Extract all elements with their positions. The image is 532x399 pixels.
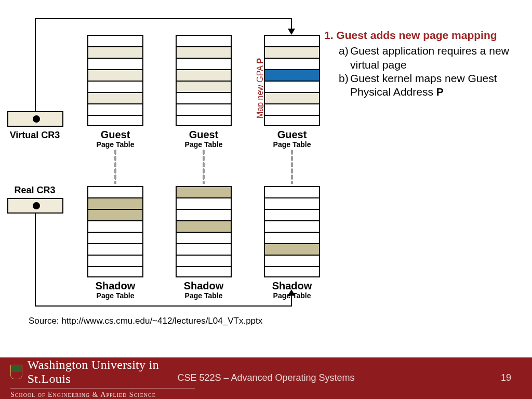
table-row bbox=[265, 36, 319, 47]
table-row bbox=[265, 47, 319, 59]
table-row bbox=[177, 256, 231, 267]
table-row bbox=[265, 187, 319, 198]
table-row bbox=[88, 198, 142, 210]
table-row bbox=[177, 233, 231, 244]
shadow-caption-2: ShadowPage Table bbox=[176, 281, 232, 299]
real-cr3-box bbox=[7, 198, 63, 214]
table-row bbox=[177, 93, 231, 104]
table-row bbox=[265, 256, 319, 267]
table-row bbox=[88, 267, 142, 277]
table-row bbox=[88, 221, 142, 233]
explanation: 1. Guest adds new page mapping a)Guest a… bbox=[324, 29, 516, 99]
table-row bbox=[88, 244, 142, 256]
rcr3-down bbox=[35, 213, 36, 305]
vcr3-down bbox=[291, 18, 292, 30]
guest-page-table-2 bbox=[176, 35, 232, 126]
table-row bbox=[265, 210, 319, 221]
table-row bbox=[88, 210, 142, 221]
table-row bbox=[177, 116, 231, 126]
table-row bbox=[265, 82, 319, 93]
university-name: Washington University in St.Louis bbox=[28, 358, 195, 386]
shadow-page-table-3 bbox=[264, 186, 320, 277]
guest-caption-2: GuestPage Table bbox=[176, 129, 232, 148]
footer: Washington University in St.Louis School… bbox=[0, 357, 532, 399]
table-row bbox=[265, 70, 319, 82]
table-row bbox=[88, 36, 142, 47]
guest-page-table-1 bbox=[87, 35, 143, 126]
table-row bbox=[88, 59, 142, 70]
table-row bbox=[265, 244, 319, 256]
real-cr3-label: Real CR3 bbox=[6, 185, 63, 196]
explain-title: 1. Guest adds new page mapping bbox=[324, 29, 516, 42]
shadow-page-table-1 bbox=[87, 186, 143, 277]
table-row bbox=[177, 104, 231, 116]
table-row bbox=[88, 256, 142, 267]
table-row bbox=[177, 47, 231, 59]
table-row bbox=[88, 47, 142, 59]
table-row bbox=[265, 104, 319, 116]
real-cr3-dot bbox=[33, 202, 40, 209]
rcr3-across bbox=[35, 305, 292, 307]
table-row bbox=[88, 70, 142, 82]
footer-logo: Washington University in St.Louis School… bbox=[0, 357, 195, 399]
vcr3-arrow bbox=[288, 29, 295, 35]
table-row bbox=[177, 198, 231, 210]
guest-caption-1: GuestPage Table bbox=[87, 129, 143, 148]
table-row bbox=[177, 70, 231, 82]
dotted-connector-1 bbox=[114, 149, 117, 184]
shadow-caption-3: ShadowPage Table bbox=[264, 281, 320, 299]
dotted-connector-2 bbox=[202, 149, 205, 184]
slide: Virtual CR3 Real CR3 GuestPage TableGues… bbox=[0, 0, 532, 399]
table-row bbox=[177, 82, 231, 93]
table-row bbox=[265, 267, 319, 277]
vcr3-across bbox=[35, 18, 292, 19]
table-row bbox=[177, 244, 231, 256]
vcr3-up bbox=[35, 18, 36, 112]
table-row bbox=[88, 116, 142, 126]
virtual-cr3-dot bbox=[33, 115, 40, 123]
shadow-caption-1: ShadowPage Table bbox=[87, 281, 143, 299]
table-row bbox=[88, 82, 142, 93]
table-row bbox=[265, 116, 319, 126]
school-name: School of Engineering & Applied Science bbox=[10, 388, 195, 399]
guest-page-table-3 bbox=[264, 35, 320, 126]
table-row bbox=[88, 187, 142, 198]
table-row bbox=[88, 93, 142, 104]
table-row bbox=[265, 221, 319, 233]
table-row bbox=[177, 267, 231, 277]
page-number: 19 bbox=[501, 373, 511, 383]
source-text: Source: http://www.cs.cmu.edu/~412/lectu… bbox=[29, 316, 262, 326]
map-new-gpa-label: Map new GPA P bbox=[256, 58, 265, 118]
shadow-page-table-2 bbox=[176, 186, 232, 277]
table-row bbox=[177, 36, 231, 47]
table-row bbox=[265, 233, 319, 244]
table-row bbox=[265, 198, 319, 210]
table-row bbox=[88, 104, 142, 116]
table-row bbox=[265, 59, 319, 70]
explain-b: b)Guest kernel maps new Guest Physical A… bbox=[339, 72, 516, 99]
table-row bbox=[177, 210, 231, 221]
guest-caption-3: GuestPage Table bbox=[264, 129, 320, 148]
table-row bbox=[177, 187, 231, 198]
shield-icon bbox=[10, 365, 22, 379]
table-row bbox=[88, 233, 142, 244]
table-row bbox=[177, 59, 231, 70]
table-row bbox=[265, 93, 319, 104]
dotted-connector-3 bbox=[290, 149, 294, 184]
table-row bbox=[177, 221, 231, 233]
explain-a: a)Guest application requires a new virtu… bbox=[339, 44, 516, 72]
virtual-cr3-box bbox=[7, 111, 63, 127]
virtual-cr3-label: Virtual CR3 bbox=[6, 130, 63, 141]
